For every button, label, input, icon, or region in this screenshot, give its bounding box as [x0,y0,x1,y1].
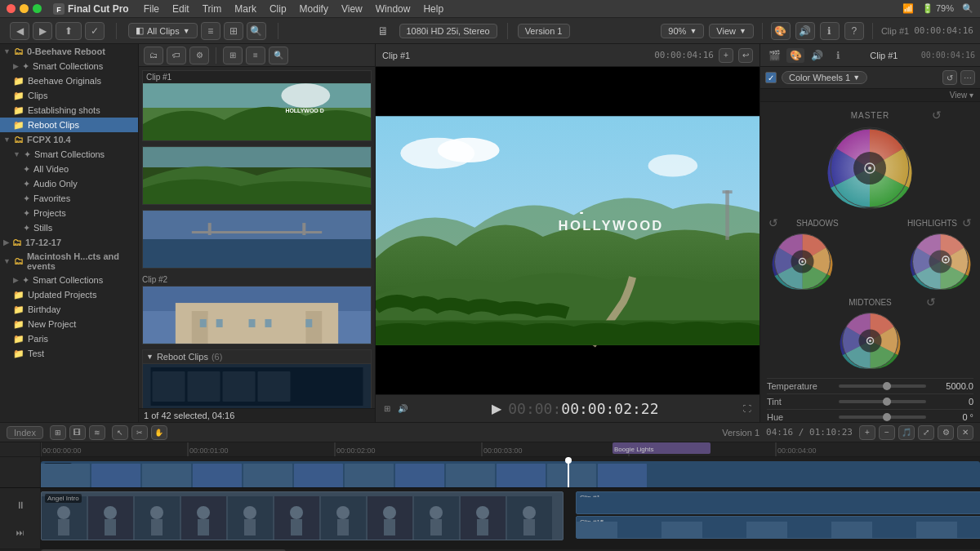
skip-btn[interactable]: ⏭ [16,528,24,537]
audio-icon[interactable]: 🔊 [398,404,408,413]
sidebar-clips[interactable]: 📁 Clips [0,88,138,103]
inspector-video-btn[interactable]: 🎨 [771,22,791,40]
highlights-wheel-svg[interactable] [910,231,971,292]
effect-checkbox[interactable]: ✓ [765,72,777,83]
filter-btn[interactable]: ⚙ [189,47,209,64]
menu-clip[interactable]: Clip [270,3,287,15]
midtones-reset-btn[interactable]: ↺ [924,295,938,309]
sidebar-birthday[interactable]: 📁 Birthday [0,302,138,317]
grid-view-btn[interactable]: ⊞ [50,425,66,440]
view-label[interactable]: View ▼ [709,24,754,38]
clip-thumb-3[interactable] [142,210,372,269]
more-btn[interactable]: ⋯ [960,70,975,85]
sidebar-beehave-originals[interactable]: 📁 Beehave Originals [0,73,138,88]
sidebar-smart-collections-mac[interactable]: ▶ ✦ Smart Collections [0,273,138,287]
inspector-info-icon[interactable]: ℹ [829,48,847,63]
sidebar-establishing-shots[interactable]: 📁 Establishing shots [0,103,138,118]
angel-intro-clip[interactable]: Angel Intro [41,491,564,540]
sidebar-library-beehave[interactable]: ▼ 🗂 0-Beehave Reboot [0,44,138,59]
timeline-clip-1[interactable]: Clip #1 [41,461,980,487]
menu-trim[interactable]: Trim [203,3,222,15]
clip-thumb-2[interactable] [142,146,372,205]
sidebar-reboot-clips[interactable]: 📁 Reboot Clips [0,118,138,132]
search-button[interactable]: 🔍 [247,22,266,40]
playhead[interactable] [568,457,569,487]
clip-thumb-4[interactable] [142,286,372,344]
inspector-video-icon[interactable]: 🎬 [765,48,783,63]
hue-thumb[interactable] [883,413,891,421]
window-controls[interactable] [7,4,42,13]
forward-button[interactable]: ▶ [33,22,52,40]
sidebar-audio-only[interactable]: ✦ Audio Only [0,176,138,191]
clip-1-upper[interactable]: Clip #1 [576,491,980,514]
import-button[interactable]: ⬆ [56,22,82,40]
close-timeline-btn[interactable]: ✕ [957,425,973,440]
list-btn[interactable]: ≡ [246,47,265,64]
menu-edit[interactable]: Edit [172,3,189,15]
reboot-header[interactable]: ▼ Reboot Clips (6) [143,350,371,364]
sidebar-projects[interactable]: ✦ Projects [0,206,138,220]
fullscreen-icon[interactable]: ⛶ [743,404,751,413]
filmstrip-btn[interactable]: 🎞 [69,425,86,440]
shadows-reset-btn[interactable]: ↺ [767,216,780,229]
back-button[interactable]: ◀ [10,22,29,40]
skim-icon[interactable]: ⊞ [384,404,390,413]
hand-btn[interactable]: ✋ [151,425,167,440]
select-btn[interactable]: ↖ [112,425,128,440]
highlights-reset-btn[interactable]: ↺ [960,216,973,229]
audio-lanes-btn[interactable]: 🎵 [898,425,915,440]
timeline-view-controls[interactable]: ⊞ 🎞 ≋ [50,425,105,440]
timeline-nav[interactable]: + − 🎵 ⤢ ⚙ ✕ [859,425,973,440]
fullscreen-button[interactable] [33,4,42,13]
browser-search-btn[interactable]: 🔍 [269,47,288,64]
effect-name-dropdown[interactable]: Color Wheels 1 ▼ [782,71,867,84]
play-pause-btn[interactable]: ⏸ [16,500,25,511]
sidebar-library-fcpx[interactable]: ▼ 🗂 FCPX 10.4 [0,132,138,147]
help-btn[interactable]: ? [844,22,864,40]
clip-thumb-1[interactable]: Clip #1 HOLLYWOO D [142,70,372,141]
inspector-color-icon[interactable]: 🎨 [786,48,804,63]
zoom-out-btn[interactable]: − [879,425,895,440]
view-button[interactable]: View ▾ [950,91,973,100]
menu-bar[interactable]: File Edit Trim Mark Clip Modify View Win… [144,3,443,15]
sidebar-all-video[interactable]: ✦ All Video [0,162,138,176]
version-label[interactable]: Version 1 [518,24,570,38]
timeline-edit-controls[interactable]: ↖ ✂ ✋ [112,425,167,440]
close-button[interactable] [7,4,16,13]
add-to-right-btn[interactable]: ↩ [738,48,753,63]
shadows-wheel-svg[interactable] [772,231,833,292]
sidebar-paris[interactable]: 📁 Paris [0,331,138,346]
menu-help[interactable]: Help [423,3,443,15]
play-button[interactable]: ▶ [492,401,501,416]
zoom-label[interactable]: 90% ▼ [661,24,704,38]
sidebar-smart-collections-fcpx[interactable]: ▼ ✦ Smart Collections [0,147,138,162]
tint-thumb[interactable] [883,398,891,406]
sidebar-smart-collections[interactable]: ▶ ✦ Smart Collections [0,59,138,73]
viewer-content[interactable]: HOLLYWOOD [376,67,760,394]
menu-mark[interactable]: Mark [234,3,256,15]
sidebar-new-project[interactable]: 📁 New Project [0,317,138,331]
add-to-left-btn[interactable]: + [719,48,733,63]
checkmark-button[interactable]: ✓ [85,22,105,40]
list-view-button[interactable]: ≡ [201,22,220,40]
master-reset-btn[interactable]: ↺ [930,109,943,122]
library-btn[interactable]: 🗂 [144,47,163,64]
menu-file[interactable]: File [144,3,159,15]
trim-btn[interactable]: ✂ [131,425,148,440]
expand-btn[interactable]: ⤢ [918,425,934,440]
midtones-wheel-svg[interactable] [840,310,901,371]
zoom-in-btn[interactable]: + [859,425,875,440]
settings-btn[interactable]: ⚙ [938,425,954,440]
index-button[interactable]: Index [7,426,43,439]
transport-controls[interactable]: ▶ 00:00:00:00:02:22 [492,400,658,417]
reset-effect-btn[interactable]: ↺ [942,70,957,85]
temperature-thumb[interactable] [883,382,891,390]
all-clips-label[interactable]: ◧ All Clips ▼ [128,23,198,38]
sidebar-library-mac[interactable]: ▼ 🗂 Macintosh H...cts and events [0,250,138,273]
sidebar-stills[interactable]: ✦ Stills [0,220,138,235]
inspector-icon-row[interactable]: 🎬 🎨 🔊 ℹ [765,48,847,63]
search-icon[interactable]: 🔍 [962,3,973,14]
sidebar-library-date[interactable]: ▶ 🗂 17-12-17 [0,235,138,250]
sidebar-test[interactable]: 📁 Test [0,346,138,361]
inspector-info-btn[interactable]: ℹ [820,22,840,40]
